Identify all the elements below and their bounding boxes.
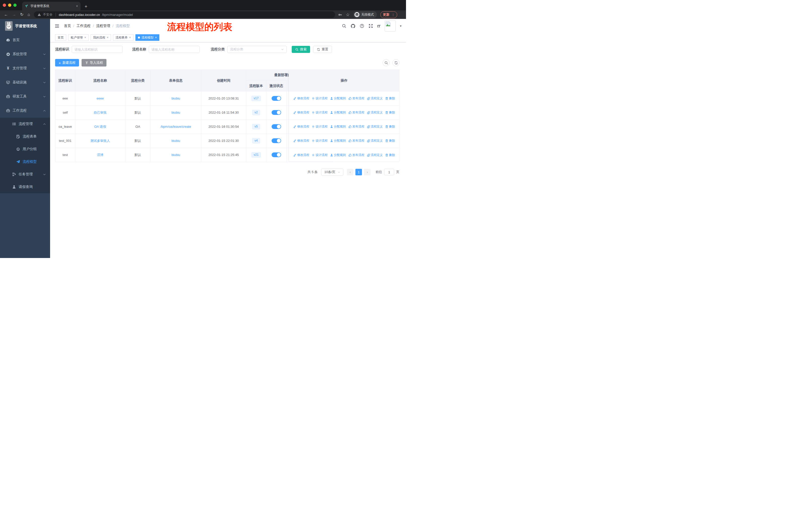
process-definition-link[interactable]: 流程定义 [367,96,383,101]
design-process-link[interactable]: 设计流程 [312,153,328,157]
close-window-button[interactable] [3,3,6,7]
prev-page-button[interactable]: ‹ [347,169,353,175]
font-size-icon[interactable]: tT [377,24,380,28]
active-toggle[interactable] [271,124,281,129]
minimize-window-button[interactable] [8,3,11,7]
publish-process-link[interactable]: 发布流程 [348,125,365,129]
process-name-input[interactable] [149,46,200,53]
process-definition-link[interactable]: 流程定义 [367,125,383,129]
menu-dots-icon[interactable]: ⋮ [392,13,395,17]
search-icon[interactable] [342,24,346,28]
form-info-link[interactable]: /bpm/oa/leave/create [161,125,191,129]
sidebar-item-8[interactable]: 用户分组 [0,143,50,156]
next-page-button[interactable]: › [364,169,371,175]
refresh-table-button[interactable] [393,59,400,66]
import-process-button[interactable]: 导入流程 [82,59,107,66]
sidebar-item-6[interactable]: 流程管理 [0,118,50,130]
tag-close-icon[interactable]: × [155,36,157,39]
delete-link[interactable]: 删除 [385,125,395,129]
modify-process-link[interactable]: 修改流程 [293,96,309,101]
tag-active[interactable]: 流程模型× [136,34,159,41]
form-info-link[interactable]: biubiu [171,111,180,114]
process-name-link[interactable]: eeee [97,97,104,100]
sidebar-item-2[interactable]: ¥支付管理 [0,61,50,75]
delete-link[interactable]: 删除 [385,153,395,157]
sidebar-item-3[interactable]: 基础设施 [0,75,50,89]
process-definition-link[interactable]: 流程定义 [367,110,383,115]
tag-item[interactable]: 首页 [55,34,66,41]
goto-page-input[interactable] [384,169,394,175]
fullscreen-icon[interactable] [369,24,373,28]
tag-close-icon[interactable]: × [107,36,109,39]
publish-process-link[interactable]: 发布流程 [348,110,365,115]
process-name-link[interactable]: OA 请假 [94,125,106,129]
active-toggle[interactable] [271,110,281,115]
maximize-window-button[interactable] [13,3,17,7]
new-tab-button[interactable]: + [85,4,87,9]
tag-close-icon[interactable]: × [129,36,131,39]
forward-icon[interactable]: → [12,12,16,17]
form-info-link[interactable]: biubiu [171,153,180,157]
process-definition-link[interactable]: 流程定义 [367,153,383,157]
tag-item[interactable]: 流程表单× [113,34,134,41]
sidebar-item-1[interactable]: 系统管理 [0,47,50,61]
sidebar-item-5[interactable]: 工作流程 [0,104,50,118]
address-bar[interactable]: 不安全 dashboard.yudao.iocoder.cn/bpm/manag… [34,11,335,18]
publish-process-link[interactable]: 发布流程 [348,153,365,157]
assign-rule-link[interactable]: 分配规则 [330,153,346,157]
sidebar-item-10[interactable]: 任务管理 [0,168,50,181]
reset-button[interactable]: 重置 [313,46,332,53]
sidebar-item-9[interactable]: 流程模型 [0,156,50,168]
assign-rule-link[interactable]: 分配规则 [330,110,346,115]
design-process-link[interactable]: 设计流程 [312,139,328,143]
sidebar-item-4[interactable]: 研发工具 [0,89,50,104]
active-toggle[interactable] [271,153,281,157]
modify-process-link[interactable]: 修改流程 [293,110,309,115]
delete-link[interactable]: 删除 [385,96,395,101]
breadcrumb-item[interactable]: 首页 [64,24,71,28]
assign-rule-link[interactable]: 分配规则 [330,96,346,101]
process-definition-link[interactable]: 流程定义 [367,139,383,143]
reload-icon[interactable]: ↻ [20,12,23,17]
back-icon[interactable]: ← [4,12,8,17]
delete-link[interactable]: 删除 [385,139,395,143]
form-info-link[interactable]: biubiu [171,97,180,100]
github-icon[interactable] [351,24,355,28]
sidebar-item-0[interactable]: 首页 [0,33,50,47]
tag-item[interactable]: 租户管理× [68,34,89,41]
bookmark-star-icon[interactable]: ☆ [346,12,350,17]
page-size-select[interactable]: 10条/页 [321,168,343,175]
create-process-button[interactable]: + 新建流程 [55,59,79,66]
home-icon[interactable]: ⌂ [27,12,30,17]
tab-close-icon[interactable]: × [76,4,78,8]
collapse-sidebar-icon[interactable] [55,24,59,28]
avatar[interactable] [385,20,396,31]
assign-rule-link[interactable]: 分配规则 [330,139,346,143]
breadcrumb-item[interactable]: 流程管理 [96,24,110,28]
process-key-input[interactable] [72,46,123,53]
show-search-toggle-button[interactable] [383,59,389,66]
current-page-button[interactable]: 1 [355,169,362,175]
update-button[interactable]: 更新 ⋮ [380,11,397,18]
design-process-link[interactable]: 设计流程 [312,110,328,115]
design-process-link[interactable]: 设计流程 [312,96,328,101]
help-icon[interactable] [360,24,364,28]
modify-process-link[interactable]: 修改流程 [293,139,309,143]
process-name-link[interactable]: 测试多审批人 [90,139,110,143]
assign-rule-link[interactable]: 分配规则 [330,125,346,129]
active-toggle[interactable] [271,138,281,143]
tag-close-icon[interactable]: × [84,36,86,39]
breadcrumb-item[interactable]: 工作流程 [77,24,91,28]
modify-process-link[interactable]: 修改流程 [293,125,309,129]
active-toggle[interactable] [271,96,281,101]
design-process-link[interactable]: 设计流程 [312,125,328,129]
browser-tab[interactable]: 芋道管理系统 × [22,2,81,10]
delete-link[interactable]: 删除 [385,110,395,115]
publish-process-link[interactable]: 发布流程 [348,139,365,143]
sidebar-item-11[interactable]: 请假查询 [0,181,50,193]
form-info-link[interactable]: biubiu [171,139,180,143]
process-name-link[interactable]: 滔博 [97,153,104,157]
search-button[interactable]: 搜索 [292,46,310,53]
key-icon[interactable] [338,12,342,17]
tag-item[interactable]: 我的流程× [91,34,111,41]
